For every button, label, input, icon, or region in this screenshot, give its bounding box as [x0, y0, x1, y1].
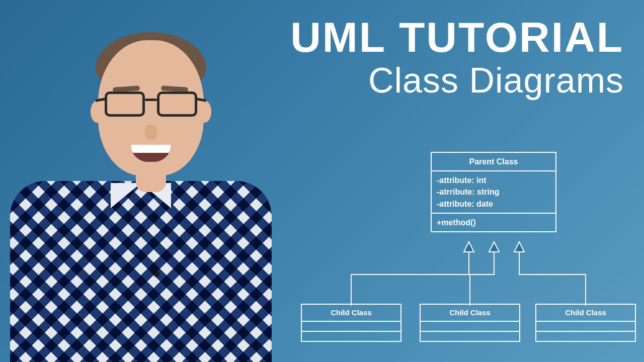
presenter-collar	[111, 183, 171, 208]
presenter-hair	[96, 32, 206, 93]
presenter-ear-left	[91, 101, 104, 123]
uml-class-attributes: -attribute: int -atrribute: string -attr…	[432, 170, 555, 213]
presenter-brow-left	[113, 85, 140, 93]
presenter-head	[98, 40, 204, 176]
presenter-brow-right	[161, 85, 189, 93]
microphone-icon	[154, 272, 159, 277]
inheritance-arrow-icon	[489, 242, 499, 252]
uml-class-methods: +method()	[432, 213, 555, 231]
title-block: UML TUTORIAL Class Diagrams	[290, 15, 624, 101]
presenter-shirt	[10, 181, 272, 362]
uml-child-class-3: Child Class	[535, 304, 636, 342]
inheritance-arrow-icon	[464, 242, 474, 252]
uml-class-name: Child Class	[421, 305, 519, 321]
uml-class-diagram: Parent Class -attribute: int -atrribute:…	[269, 149, 631, 350]
page-subtitle: Class Diagrams	[290, 60, 624, 101]
inheritance-arrow-icon	[514, 242, 524, 252]
presenter-mouth	[131, 145, 171, 162]
uml-child-class-1: Child Class	[301, 304, 401, 342]
uml-class-name: Child Class	[536, 305, 635, 321]
presenter-figure	[0, 20, 282, 362]
presenter-nose	[145, 125, 157, 140]
glasses-icon	[105, 92, 197, 120]
uml-class-name: Child Class	[302, 305, 400, 321]
presenter-ear-right	[198, 101, 211, 123]
uml-parent-class: Parent Class -attribute: int -atrribute:…	[431, 152, 556, 232]
uml-class-name: Parent Class	[432, 153, 555, 170]
uml-child-class-2: Child Class	[420, 304, 520, 342]
page-title: UML TUTORIAL	[290, 15, 624, 59]
